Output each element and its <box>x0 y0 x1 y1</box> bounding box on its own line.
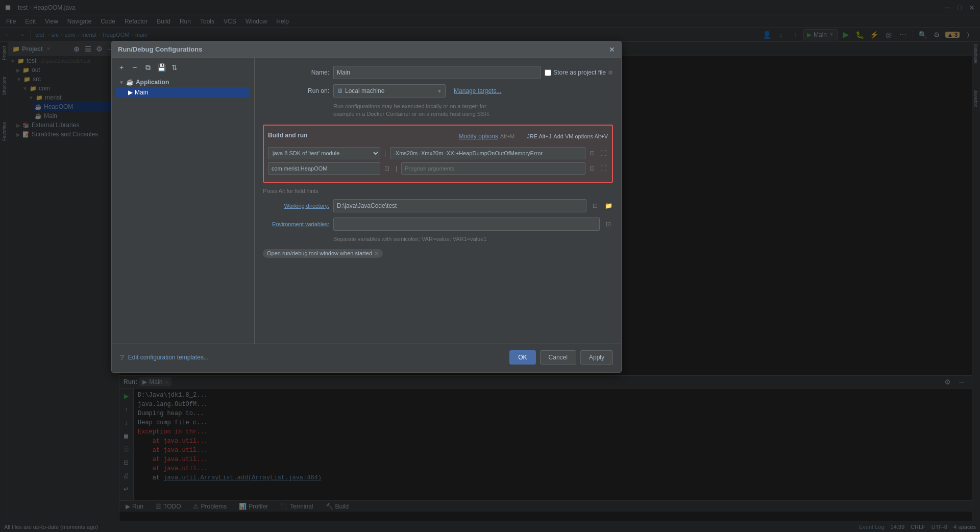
form-row-name: Name: Store as project file ⚙ <box>263 66 613 79</box>
store-settings-icon: ⚙ <box>608 69 613 76</box>
modal-footer-left: ? Edit configuration templates... <box>120 353 209 361</box>
sdk-separator: | <box>384 150 386 157</box>
env-vars-expand[interactable]: ⊡ <box>604 220 613 229</box>
jre-label: JRE Alt+J <box>527 133 551 139</box>
working-dir-expand[interactable]: ⊡ <box>591 201 600 210</box>
program-args-input[interactable] <box>401 162 585 175</box>
open-window-tag: Open run/debug tool window when started … <box>263 249 383 258</box>
main-class-expand[interactable]: ⊡ <box>382 164 391 173</box>
modal-footer: ? Edit configuration templates... OK Can… <box>112 344 621 370</box>
env-vars-label-text[interactable]: Environment variables: <box>272 221 329 227</box>
run-debug-config-dialog: Run/Debug Configurations ✕ + − ⧉ 💾 ⇅ ▼ ☕… <box>111 41 622 373</box>
tags-row: Open run/debug tool window when started … <box>263 249 613 258</box>
name-field-label: Name: <box>263 69 329 76</box>
config-item-main[interactable]: ▶ Main <box>116 87 250 98</box>
manage-targets-link[interactable]: Manage targets... <box>454 87 501 94</box>
config-item-icon: ▶ <box>128 89 133 96</box>
env-vars-label: Environment variables: <box>263 221 329 228</box>
modify-options-link[interactable]: Modify options <box>458 133 498 140</box>
field-hints: Press Alt for field hints <box>263 188 613 194</box>
build-run-header: Build and run Modify options Alt+M JRE A… <box>268 130 608 143</box>
form-row-env-vars: Environment variables: ⊡ <box>263 217 613 231</box>
sdk-selector[interactable]: java 8 SDK of 'test' module <box>268 147 380 159</box>
modal-body: + − ⧉ 💾 ⇅ ▼ ☕ Application ▶ Main <box>112 58 621 344</box>
add-vm-hint: Add VM options Alt+V <box>553 133 608 139</box>
modal-sidebar: + − ⧉ 💾 ⇅ ▼ ☕ Application ▶ Main <box>112 58 255 344</box>
form-row-run-on: Run on: 🖥 Local machine ▼ Manage targets… <box>263 84 613 98</box>
store-checkbox[interactable] <box>545 69 551 76</box>
name-field[interactable] <box>333 66 541 79</box>
remove-config-button[interactable]: − <box>129 62 140 73</box>
prog-args-fullscreen[interactable]: ⛶ <box>599 164 608 173</box>
tag-close-button[interactable]: ✕ <box>374 250 379 257</box>
cancel-button[interactable]: Cancel <box>540 350 576 365</box>
config-group-label: Application <box>136 79 169 86</box>
env-vars-hint: Separate variables with semicolon: VAR=v… <box>333 236 613 242</box>
vm-options-expand[interactable]: ⊡ <box>587 149 597 158</box>
local-machine-icon: 🖥 <box>337 87 343 94</box>
modal-close-button[interactable]: ✕ <box>609 45 615 54</box>
sort-config-button[interactable]: ⇅ <box>169 62 180 73</box>
config-group-application[interactable]: ▼ ☕ Application <box>116 77 250 87</box>
modify-options-area: Modify options Alt+M JRE Alt+J Add VM op… <box>458 133 608 140</box>
store-label: Store as project file <box>553 69 606 76</box>
modal-form-content: Name: Store as project file ⚙ Run on: 🖥 … <box>255 58 621 344</box>
edit-templates-link[interactable]: Edit configuration templates... <box>128 354 209 361</box>
add-config-button[interactable]: + <box>116 62 127 73</box>
sdk-row: java 8 SDK of 'test' module | ⊡ ⛶ <box>268 147 608 159</box>
main-class-separator: | <box>396 165 397 172</box>
env-vars-input[interactable] <box>333 217 600 231</box>
run-on-hint-text: Run configurations may be executed local… <box>333 103 613 118</box>
save-config-button[interactable]: 💾 <box>156 62 167 73</box>
modal-sidebar-toolbar: + − ⧉ 💾 ⇅ <box>116 62 250 73</box>
help-button[interactable]: ? <box>120 353 124 361</box>
modal-overlay: Run/Debug Configurations ✕ + − ⧉ 💾 ⇅ ▼ ☕… <box>0 0 980 532</box>
vm-options-input[interactable] <box>390 147 585 159</box>
run-on-label: Run on: <box>263 87 329 94</box>
working-dir-label-text[interactable]: Working directory: <box>284 203 329 209</box>
prog-args-expand[interactable]: ⊡ <box>587 164 597 173</box>
main-class-input[interactable] <box>268 162 380 175</box>
modal-header: Run/Debug Configurations ✕ <box>112 41 621 58</box>
main-class-row: ⊡ | ⊡ ⛶ <box>268 162 608 175</box>
config-item-label: Main <box>135 89 148 96</box>
vm-options-fullscreen[interactable]: ⛶ <box>599 149 608 158</box>
config-group-icon: ☕ <box>126 79 134 86</box>
apply-button[interactable]: Apply <box>580 350 613 365</box>
working-dir-browse[interactable]: 📁 <box>604 201 613 210</box>
modal-title: Run/Debug Configurations <box>118 45 202 53</box>
working-dir-input[interactable] <box>333 199 586 212</box>
ok-button[interactable]: OK <box>509 350 535 365</box>
modify-shortcut: Alt+M <box>500 133 514 139</box>
store-as-project-file-checkbox[interactable]: Store as project file ⚙ <box>545 69 613 76</box>
tag-label: Open run/debug tool window when started <box>267 250 372 256</box>
copy-config-button[interactable]: ⧉ <box>142 62 154 73</box>
build-run-section: Build and run Modify options Alt+M JRE A… <box>263 125 613 183</box>
modal-footer-buttons: OK Cancel Apply <box>509 350 613 365</box>
form-row-working-dir: Working directory: ⊡ 📁 <box>263 199 613 212</box>
working-dir-label: Working directory: <box>263 202 329 209</box>
run-on-arrow: ▼ <box>437 88 442 94</box>
config-group-expand-icon: ▼ <box>119 80 124 85</box>
run-on-selector[interactable]: 🖥 Local machine ▼ <box>333 84 446 98</box>
run-on-value: Local machine <box>345 87 435 94</box>
build-run-title: Build and run <box>268 132 307 139</box>
